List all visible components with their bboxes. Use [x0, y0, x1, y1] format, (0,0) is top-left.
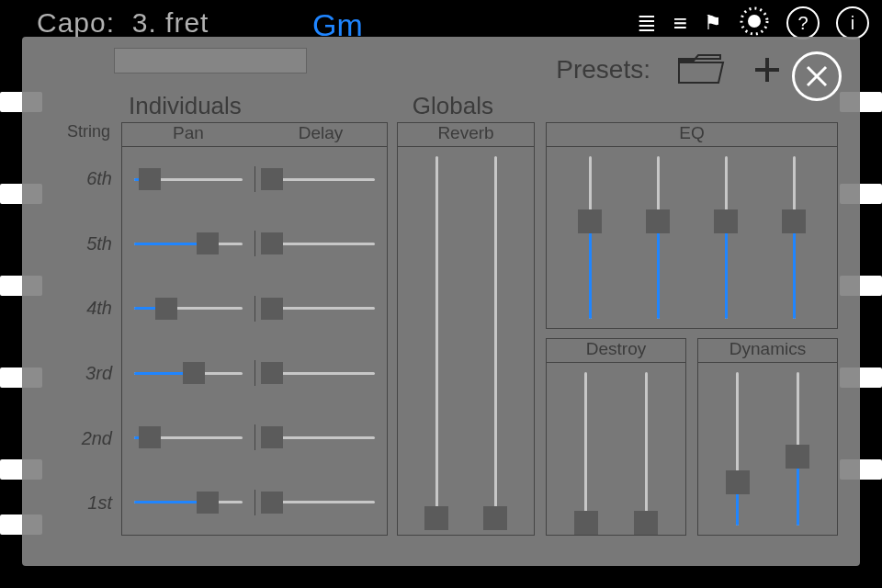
- flag-icon[interactable]: ⚑: [704, 11, 722, 35]
- delay-slider[interactable]: [266, 490, 375, 515]
- string-label: 2nd: [44, 406, 116, 471]
- reverb-slider[interactable]: [480, 156, 511, 526]
- close-button[interactable]: [792, 51, 842, 101]
- string-header: String: [44, 122, 116, 146]
- pan-header: Pan: [122, 123, 254, 146]
- dynamics-slider[interactable]: [722, 372, 753, 526]
- effects-panel: Presets: Individuals Globals String 6th …: [22, 37, 860, 566]
- dial-icon[interactable]: [739, 6, 770, 40]
- presets-label: Presets:: [556, 55, 650, 85]
- delay-header: Delay: [254, 123, 387, 146]
- dynamics-slider[interactable]: [782, 372, 813, 526]
- delay-slider[interactable]: [266, 166, 375, 192]
- pan-slider[interactable]: [134, 424, 243, 450]
- preset-search-input[interactable]: [114, 48, 307, 74]
- destroy-slider[interactable]: [571, 372, 602, 526]
- string-label: 1st: [44, 470, 116, 536]
- eq-slider[interactable]: [778, 156, 809, 319]
- capo-value: 3. fret: [132, 7, 209, 38]
- pan-slider[interactable]: [134, 360, 243, 386]
- help-icon[interactable]: ?: [786, 6, 820, 40]
- pan-slider[interactable]: [134, 296, 243, 322]
- close-icon: [803, 62, 831, 90]
- pan-slider[interactable]: [134, 490, 243, 515]
- info-icon[interactable]: i: [836, 6, 869, 40]
- reverb-header: Reverb: [398, 123, 534, 147]
- add-preset-button[interactable]: [752, 54, 783, 85]
- section-globals: Globals: [413, 92, 493, 120]
- reverb-slider[interactable]: [421, 156, 452, 526]
- toolbar: ≣ ≡ ⚑ ? i: [637, 6, 869, 40]
- string-label: 3rd: [44, 341, 116, 406]
- string-label: 5th: [44, 211, 116, 277]
- pan-slider[interactable]: [134, 166, 243, 192]
- destroy-slider[interactable]: [630, 372, 662, 526]
- eq-slider[interactable]: [642, 156, 673, 319]
- pan-slider[interactable]: [134, 231, 243, 256]
- folder-icon: [676, 51, 726, 88]
- delay-slider[interactable]: [266, 360, 375, 386]
- eq-slider[interactable]: [710, 156, 741, 319]
- eq-slider[interactable]: [574, 156, 605, 319]
- delay-slider[interactable]: [266, 296, 375, 322]
- section-individuals: Individuals: [129, 92, 242, 120]
- dynamics-header: Dynamics: [698, 339, 837, 363]
- plus-icon: [752, 54, 783, 85]
- delay-slider[interactable]: [266, 424, 375, 450]
- capo-label: Capo:: [37, 7, 115, 38]
- svg-point-1: [748, 15, 761, 28]
- string-label: 6th: [44, 146, 116, 211]
- eq-header: EQ: [547, 123, 837, 147]
- string-label: 4th: [44, 276, 116, 341]
- open-preset-button[interactable]: [676, 51, 726, 88]
- destroy-header: Destroy: [547, 339, 685, 363]
- menu-icon[interactable]: ≡: [673, 9, 687, 38]
- list-icon[interactable]: ≣: [637, 9, 657, 38]
- delay-slider[interactable]: [266, 231, 375, 256]
